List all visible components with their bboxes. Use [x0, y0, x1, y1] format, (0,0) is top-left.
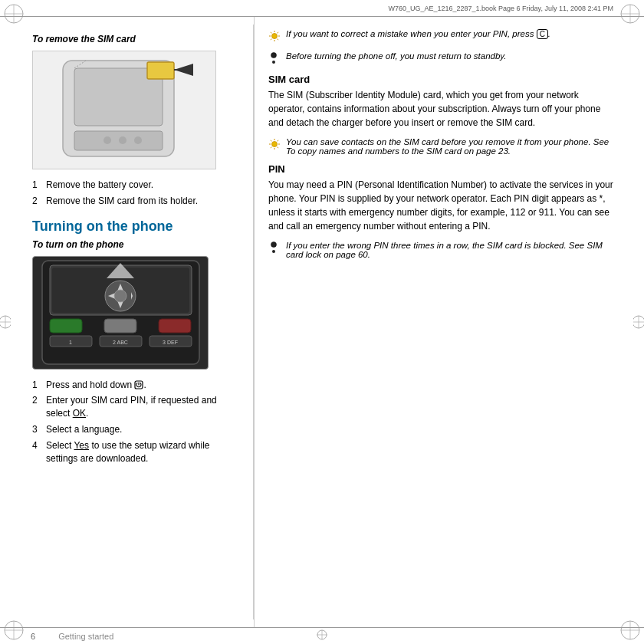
page-footer: 6 Getting started	[0, 627, 644, 644]
svg-rect-26	[74, 131, 163, 150]
turn-on-step-1: 1 Press and hold down .	[32, 379, 239, 392]
warning-icon-2	[268, 242, 282, 255]
sun-icon-1	[268, 30, 282, 44]
svg-line-70	[278, 140, 278, 141]
tip-1-text: If you want to correct a mistake when yo…	[286, 29, 550, 39]
svg-rect-23	[147, 62, 174, 79]
turn-on-step-3: 3 Select a language.	[32, 423, 239, 436]
sim-removal-section: To remove the SIM card	[32, 34, 239, 208]
svg-line-57	[271, 32, 271, 33]
turn-on-step-4: 4 Select Yes to use the setup wizard whi…	[32, 439, 239, 465]
power-button-icon	[134, 380, 143, 389]
svg-point-29	[134, 136, 142, 144]
sim-step-2: 2 Remove the SIM card from its holder.	[32, 195, 239, 208]
warning-2-text: If you enter the wrong PIN three times i…	[286, 241, 615, 259]
turning-on-section: Turning on the phone To turn on the phon…	[32, 219, 239, 465]
sim-card-body: The SIM (Subscriber Identity Module) car…	[268, 88, 615, 130]
svg-point-62	[272, 61, 275, 64]
svg-text:3 DEF: 3 DEF	[163, 340, 178, 345]
left-column: To remove the SIM card	[0, 17, 253, 627]
svg-line-58	[278, 39, 278, 40]
svg-text:2 ABC: 2 ABC	[113, 340, 128, 345]
svg-point-52	[272, 34, 278, 39]
content-area: To remove the SIM card	[0, 17, 644, 627]
pin-heading: PIN	[268, 163, 615, 175]
page-number: 6	[31, 632, 35, 641]
keypad-phone-svg: 1 2 ABC 3 DEF	[38, 259, 203, 366]
turn-on-step-2: 2 Enter your SIM card PIN, if requested …	[32, 394, 239, 420]
svg-point-73	[272, 250, 275, 253]
svg-rect-35	[104, 319, 136, 333]
footer-section: Getting started	[58, 632, 113, 641]
tip-block-1: If you want to correct a mistake when yo…	[268, 29, 615, 44]
warning-1-text: Before turning the phone off, you must r…	[286, 51, 506, 61]
page-header: W760_UG_AE_1216_2287_1.book Page 6 Frida…	[0, 0, 644, 17]
svg-point-28	[119, 136, 127, 144]
sim-step-1: 1 Remove the battery cover.	[32, 179, 239, 192]
warning-block-2: If you enter the wrong PIN three times i…	[268, 241, 615, 259]
turn-on-sub-label: To turn on the phone	[32, 239, 239, 250]
svg-text:1: 1	[69, 340, 72, 345]
warning-icon-1	[268, 52, 282, 66]
svg-point-48	[114, 290, 127, 302]
warning-block-1: Before turning the phone off, you must r…	[268, 51, 615, 66]
sim-section-label: To remove the SIM card	[32, 34, 239, 44]
sim-card-heading: SIM card	[268, 74, 615, 85]
svg-line-71	[271, 147, 271, 148]
sim-step-list: 1 Remove the battery cover. 2 Remove the…	[32, 179, 239, 208]
sim-card-section: SIM card The SIM (Subscriber Identity Mo…	[268, 74, 615, 130]
sim-phone-image	[32, 51, 216, 169]
svg-rect-36	[159, 319, 191, 333]
svg-line-68	[271, 140, 271, 141]
svg-point-27	[104, 136, 111, 144]
turn-on-step-list: 1 Press and hold down . 2 Enter your SIM…	[32, 379, 239, 465]
svg-point-63	[272, 142, 278, 147]
pin-section: PIN You may need a PIN (Personal Identif…	[268, 163, 615, 233]
svg-line-59	[278, 32, 278, 33]
header-text: W760_UG_AE_1216_2287_1.book Page 6 Frida…	[388, 5, 613, 12]
right-column: If you want to correct a mistake when yo…	[254, 17, 644, 627]
tip-2-text: You can save contacts on the SIM card be…	[286, 137, 615, 156]
sim-phone-svg	[40, 54, 209, 166]
svg-rect-34	[50, 319, 82, 333]
turning-on-heading: Turning on the phone	[32, 219, 239, 235]
svg-line-60	[271, 39, 271, 40]
tip-block-2: You can save contacts on the SIM card be…	[268, 137, 615, 156]
svg-line-69	[278, 147, 278, 148]
svg-point-61	[271, 53, 277, 58]
sun-icon-2	[268, 138, 282, 152]
pin-body: You may need a PIN (Personal Identificat…	[268, 178, 615, 233]
svg-point-72	[271, 242, 277, 248]
keypad-phone-image: 1 2 ABC 3 DEF	[32, 256, 209, 370]
